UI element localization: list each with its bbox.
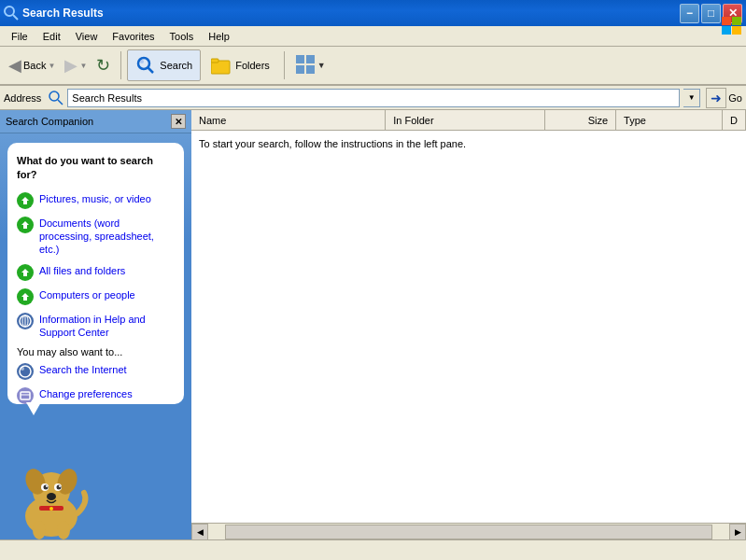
option-all-files-text: All files and folders (39, 264, 125, 277)
option-computers-icon (17, 288, 34, 305)
svg-rect-14 (306, 55, 315, 63)
col-header-size[interactable]: Size (545, 110, 616, 130)
status-bar (0, 539, 746, 560)
svg-rect-5 (722, 26, 731, 35)
svg-point-7 (138, 58, 149, 69)
option-computers[interactable]: Computers or people (17, 288, 175, 305)
go-arrow-icon: ➜ (711, 91, 722, 105)
svg-rect-15 (296, 65, 304, 74)
views-button[interactable]: ▼ (290, 49, 331, 81)
back-label: Back (23, 60, 46, 71)
refresh-icon: ↻ (96, 55, 110, 76)
minimize-button[interactable]: − (680, 4, 699, 23)
search-companion-header: Search Companion ✕ (0, 110, 191, 133)
back-button[interactable]: ◀ Back ▼ (4, 49, 60, 81)
svg-point-40 (44, 485, 49, 490)
option-pictures-icon (17, 192, 34, 209)
menu-help[interactable]: Help (201, 29, 237, 44)
bubble-tail (26, 402, 41, 415)
bubble-question: What do you want to search for? (17, 154, 175, 183)
svg-marker-21 (21, 221, 29, 225)
svg-point-2 (7, 8, 12, 14)
search-companion-title: Search Companion (6, 116, 93, 127)
col-header-name[interactable]: Name (191, 110, 386, 130)
svg-rect-24 (23, 273, 27, 276)
address-label: Address (4, 92, 41, 104)
svg-marker-25 (21, 293, 29, 297)
forward-button[interactable]: ▶ ▼ (62, 49, 90, 81)
refresh-button[interactable]: ↻ (91, 49, 115, 81)
scroll-track[interactable] (225, 525, 712, 539)
search-companion-close[interactable]: ✕ (171, 114, 186, 129)
search-bubble: What do you want to search for? Pictures… (7, 143, 184, 404)
column-headers: Name In Folder Size Type D (191, 110, 746, 131)
separator-1 (120, 51, 121, 79)
svg-point-9 (140, 60, 144, 63)
search-button[interactable]: Search (127, 49, 201, 81)
svg-rect-26 (23, 297, 27, 301)
option-pictures[interactable]: Pictures, music, or video (17, 192, 175, 209)
svg-point-43 (59, 485, 61, 487)
svg-rect-12 (211, 59, 218, 63)
title-bar-title: Search Results (22, 7, 680, 20)
option-pictures-text: Pictures, music, or video (39, 192, 151, 205)
menu-file[interactable]: File (4, 29, 35, 44)
svg-line-8 (148, 68, 154, 74)
maximize-button[interactable]: □ (701, 4, 721, 23)
left-pane: Search Companion ✕ What do you want to s… (0, 110, 191, 539)
svg-marker-19 (21, 197, 29, 201)
menu-bar: File Edit View Favorites Tools Help (0, 26, 746, 47)
title-bar-icon (4, 6, 19, 21)
option-all-files-icon (17, 264, 34, 281)
option-prefs-text: Change preferences (39, 387, 133, 400)
horizontal-scrollbar[interactable]: ◀ ▶ (191, 523, 746, 539)
scroll-left-button[interactable]: ◀ (191, 524, 208, 540)
address-input[interactable]: Search Results (67, 89, 680, 107)
title-bar: Search Results − □ ✕ (0, 0, 746, 26)
col-header-type[interactable]: Type (616, 110, 723, 130)
address-dropdown[interactable]: ▼ (683, 89, 700, 107)
svg-point-47 (33, 521, 46, 539)
menu-view[interactable]: View (68, 29, 106, 44)
menu-favorites[interactable]: Favorites (105, 29, 162, 44)
svg-point-31 (21, 367, 24, 371)
folders-icon (211, 55, 232, 76)
content-area: To start your search, follow the instruc… (191, 131, 746, 523)
separator-2 (284, 51, 285, 79)
dog-illustration (9, 455, 93, 539)
option-help[interactable]: Information in Help and Support Center (17, 313, 175, 340)
svg-rect-20 (23, 201, 27, 204)
option-documents-text: Documents (word processing, spreadsheet,… (39, 217, 175, 257)
option-internet-icon (17, 363, 34, 380)
views-dropdown-icon: ▼ (317, 61, 326, 70)
option-search-internet[interactable]: Search the Internet (17, 363, 175, 380)
folders-button[interactable]: Folders (203, 49, 278, 81)
svg-point-42 (46, 485, 48, 487)
svg-line-1 (13, 15, 18, 20)
svg-point-46 (49, 507, 53, 511)
svg-marker-23 (21, 269, 29, 273)
menu-edit[interactable]: Edit (35, 29, 68, 44)
svg-rect-22 (23, 225, 27, 229)
back-arrow-icon: ◀ (8, 55, 21, 76)
option-internet-text: Search the Internet (39, 363, 127, 376)
go-button[interactable]: ➜ Go (706, 88, 742, 108)
col-header-date[interactable]: D (723, 110, 746, 130)
folders-label: Folders (235, 60, 270, 71)
option-all-files[interactable]: All files and folders (17, 264, 175, 281)
svg-point-44 (47, 493, 56, 500)
col-header-folder[interactable]: In Folder (386, 110, 545, 130)
svg-rect-4 (732, 17, 741, 25)
back-dropdown-icon: ▼ (48, 62, 55, 70)
search-label: Search (160, 60, 192, 71)
option-computers-text: Computers or people (39, 288, 135, 301)
scroll-right-button[interactable]: ▶ (729, 524, 746, 540)
address-bar-icon (49, 91, 63, 105)
menu-tools[interactable]: Tools (162, 29, 202, 44)
svg-point-48 (57, 521, 70, 539)
option-documents-icon (17, 217, 34, 233)
option-documents[interactable]: Documents (word processing, spreadsheet,… (17, 217, 175, 257)
instruction-text: To start your search, follow the instruc… (199, 138, 466, 149)
option-help-text: Information in Help and Support Center (39, 313, 175, 340)
option-help-icon (17, 313, 34, 329)
